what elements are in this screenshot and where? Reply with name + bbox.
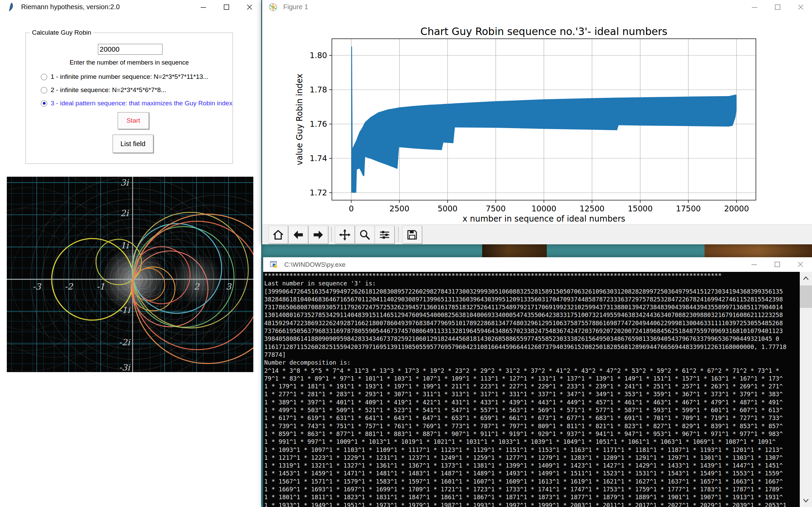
calculate-guy-robin-groupbox: Calculate Guy Robin Enter the number of …	[26, 33, 233, 164]
svg-text:0: 0	[349, 204, 354, 213]
matplotlib-icon	[266, 0, 280, 14]
back-button[interactable]	[288, 226, 308, 244]
console-scrollbar[interactable]	[800, 272, 812, 507]
radio-circle[interactable]	[41, 87, 47, 93]
console-window-title: C:\WINDOWS\py.exe	[284, 261, 345, 268]
maximize-button[interactable]	[766, 0, 789, 14]
zoom-button[interactable]	[355, 226, 375, 244]
scroll-up-icon[interactable]	[800, 272, 812, 285]
close-button[interactable]	[789, 0, 812, 14]
svg-text:value Guy Robin index: value Guy Robin index	[295, 74, 304, 165]
svg-text:1.72: 1.72	[310, 188, 327, 197]
svg-text:-3i: -3i	[119, 363, 131, 372]
configure-subplots-button[interactable]	[375, 226, 394, 244]
py-exe-icon	[267, 258, 281, 272]
input-caption: Enter the number of members in sequence	[26, 59, 233, 66]
svg-text:-1: -1	[97, 282, 105, 292]
figure-window: Figure 1 0250050007500100001250015000175…	[262, 0, 812, 244]
guy-robin-chart: 025005000750010000125001500017500200001.…	[262, 14, 812, 224]
maximize-button[interactable]	[766, 257, 789, 271]
svg-text:Chart Guy Robin sequence no.'3: Chart Guy Robin sequence no.'3'- ideal n…	[420, 25, 667, 37]
svg-text:1.80: 1.80	[310, 51, 327, 60]
minimize-button[interactable]	[192, 0, 215, 14]
groupbox-legend: Calculate Guy Robin	[30, 29, 93, 36]
svg-text:-2i: -2i	[119, 337, 131, 347]
close-button[interactable]	[789, 257, 812, 271]
svg-text:x number in sequence of ideal: x number in sequence of ideal numbers	[462, 214, 625, 224]
minimize-button[interactable]	[743, 257, 766, 271]
scroll-down-icon[interactable]	[800, 494, 812, 507]
toolbar-separator	[331, 227, 332, 242]
start-button[interactable]: Start	[118, 112, 149, 129]
svg-text:1.74: 1.74	[310, 154, 327, 163]
radio-prime-sequence[interactable]: 1 - infinite prime number sequence: N=2*…	[41, 73, 208, 81]
list-field-button[interactable]: List field	[113, 135, 153, 153]
riemann-window-title: Riemann hypothesis, version:2.0	[21, 3, 120, 11]
svg-text:-3: -3	[33, 282, 41, 292]
close-button[interactable]	[238, 0, 261, 14]
tk-feather-icon	[4, 0, 18, 14]
scrollbar-thumb[interactable]	[800, 285, 812, 308]
toolbar-separator	[398, 227, 399, 242]
pan-button[interactable]	[335, 226, 355, 244]
complex-plane-plot: -3-2-12343i2i1i-1i-2i-3i	[7, 177, 253, 372]
desktop-wallpaper-fragment	[482, 242, 547, 259]
minimize-button[interactable]	[743, 0, 766, 14]
console-window: C:\WINDOWS\py.exe **********************…	[263, 257, 812, 507]
svg-text:5000: 5000	[438, 204, 458, 213]
forward-button[interactable]	[308, 226, 328, 244]
svg-text:3: 3	[226, 282, 232, 292]
svg-text:2500: 2500	[389, 204, 409, 213]
maximize-button[interactable]	[215, 0, 238, 14]
svg-text:7500: 7500	[486, 204, 506, 213]
svg-text:-2: -2	[65, 282, 73, 292]
radio-circle[interactable]	[41, 100, 47, 107]
svg-text:1i: 1i	[120, 241, 129, 250]
matplotlib-toolbar	[262, 224, 812, 244]
svg-text:-1i: -1i	[119, 305, 131, 315]
svg-text:20000: 20000	[724, 204, 749, 213]
radio-infinite-sequence[interactable]: 2 - infinite sequence: N=2*3*4*5*6*7*8..…	[41, 86, 166, 94]
svg-text:10000: 10000	[531, 204, 556, 213]
svg-text:3i: 3i	[120, 178, 129, 188]
desktop-wallpaper-fragment	[705, 242, 812, 259]
svg-text:1.78: 1.78	[310, 85, 327, 94]
console-titlebar[interactable]: C:\WINDOWS\py.exe	[263, 257, 812, 272]
svg-text:12500: 12500	[580, 204, 605, 213]
figure-titlebar[interactable]: Figure 1	[262, 0, 812, 14]
home-button[interactable]	[268, 226, 288, 244]
svg-text:1.76: 1.76	[310, 120, 327, 128]
desktop: Riemann hypothesis, version:2.0 Calculat…	[0, 0, 812, 507]
svg-text:17500: 17500	[676, 204, 701, 213]
members-count-input[interactable]	[98, 44, 163, 55]
console-output[interactable]: ****************************************…	[263, 272, 800, 507]
svg-text:2: 2	[194, 282, 200, 292]
radio-ideal-pattern[interactable]: 3 - ideal pattern sequence: that maximiz…	[41, 100, 232, 107]
save-button[interactable]	[402, 226, 422, 244]
svg-text:2i: 2i	[120, 208, 129, 218]
figure-window-title: Figure 1	[283, 3, 308, 11]
radio-circle[interactable]	[41, 74, 47, 80]
svg-text:15000: 15000	[628, 204, 653, 213]
riemann-titlebar[interactable]: Riemann hypothesis, version:2.0	[0, 0, 261, 14]
riemann-window: Riemann hypothesis, version:2.0 Calculat…	[0, 0, 261, 507]
